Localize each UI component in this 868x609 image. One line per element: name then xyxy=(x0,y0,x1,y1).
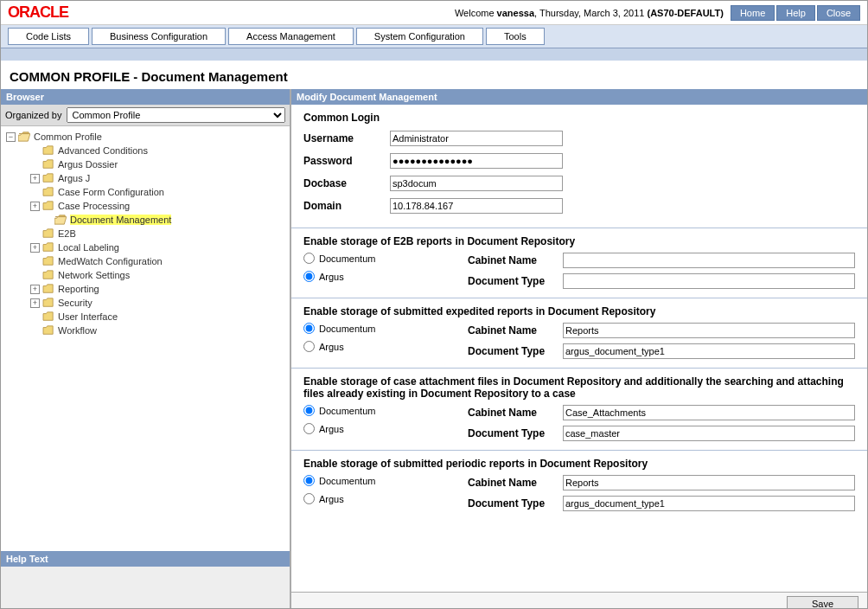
tree-root[interactable]: −Common Profile xyxy=(6,130,288,144)
radio-argus[interactable]: Argus xyxy=(303,341,468,352)
tree-item-label: Local Labeling xyxy=(58,242,119,253)
username-field[interactable] xyxy=(390,131,563,146)
tab-system-config[interactable]: System Configuration xyxy=(356,28,483,45)
plus-icon[interactable]: + xyxy=(30,174,40,183)
tree-item-label: Case Form Configuration xyxy=(58,187,164,197)
tree-item[interactable]: E2B xyxy=(6,227,288,240)
storage-title: Enable storage of E2B reports in Documen… xyxy=(303,235,855,247)
common-login-block: Common Login Username Password Docbase D… xyxy=(291,105,867,228)
plus-icon[interactable]: + xyxy=(30,202,40,211)
radio-documentum[interactable]: Documentum xyxy=(303,405,468,416)
tab-business-config[interactable]: Business Configuration xyxy=(92,28,226,45)
domain-label: Domain xyxy=(303,200,390,212)
storage-section: Enable storage of E2B reports in Documen… xyxy=(291,228,867,298)
radio-documentum[interactable]: Documentum xyxy=(303,253,468,264)
doctype-label: Document Type xyxy=(468,275,563,287)
cabinet-label: Cabinet Name xyxy=(468,407,563,419)
tree-item-label: Document Management xyxy=(70,215,171,225)
tab-access-mgmt[interactable]: Access Management xyxy=(228,28,354,45)
storage-title: Enable storage of submitted expedited re… xyxy=(303,305,855,317)
doctype-field[interactable] xyxy=(563,343,855,359)
tree-item[interactable]: Advanced Conditions xyxy=(6,144,288,157)
doctype-label: Document Type xyxy=(468,345,563,357)
docbase-field[interactable] xyxy=(390,176,563,191)
tree-root-label: Common Profile xyxy=(34,131,102,142)
content-area: Browser Organized by Common Profile −Com… xyxy=(1,89,867,609)
tree-item-label: MedWatch Configuration xyxy=(58,256,163,266)
close-button[interactable]: Close xyxy=(817,5,860,21)
organized-by-row: Organized by Common Profile xyxy=(1,105,290,126)
nav-bar: Code Lists Business Configuration Access… xyxy=(1,25,867,48)
cabinet-field[interactable] xyxy=(563,475,855,490)
cabinet-label: Cabinet Name xyxy=(468,324,563,337)
tree-item[interactable]: Argus Dossier xyxy=(6,157,288,171)
radio-argus[interactable]: Argus xyxy=(303,271,468,282)
tree-item[interactable]: +Security xyxy=(6,296,288,310)
cabinet-field[interactable] xyxy=(563,323,855,338)
storage-title: Enable storage of case attachment files … xyxy=(303,375,855,400)
organized-by-label: Organized by xyxy=(5,110,61,120)
plus-icon[interactable]: + xyxy=(30,285,40,294)
cabinet-label: Cabinet Name xyxy=(468,254,563,266)
tree-item[interactable]: Document Management xyxy=(6,213,288,227)
help-text-header: Help Text xyxy=(1,551,290,567)
docbase-label: Docbase xyxy=(303,177,390,189)
storage-section: Enable storage of case attachment files … xyxy=(291,368,867,450)
tree-item[interactable]: User Interface xyxy=(6,310,288,324)
sub-bar xyxy=(1,48,867,61)
tree-item-label: Case Processing xyxy=(58,201,130,211)
tree-item[interactable]: +Argus J xyxy=(6,171,288,185)
cabinet-field[interactable] xyxy=(563,253,855,268)
tree-item[interactable]: +Reporting xyxy=(6,282,288,296)
tab-code-lists[interactable]: Code Lists xyxy=(8,28,89,45)
tree-item-label: Security xyxy=(58,298,93,308)
help-button[interactable]: Help xyxy=(776,5,815,21)
tree-item-label: Argus Dossier xyxy=(58,159,118,170)
tree-item-label: User Interface xyxy=(58,311,118,322)
help-text-body xyxy=(1,567,290,609)
doctype-field[interactable] xyxy=(563,273,855,289)
tree-item-label: Advanced Conditions xyxy=(58,145,148,156)
doctype-field[interactable] xyxy=(563,426,855,441)
browser-panel: Browser Organized by Common Profile −Com… xyxy=(1,89,290,609)
cabinet-label: Cabinet Name xyxy=(468,477,563,489)
app-header: ORACLE Welcome vanessa, Thursday, March … xyxy=(1,1,867,25)
save-button[interactable]: Save xyxy=(787,596,858,609)
tree-item-label: E2B xyxy=(58,228,76,239)
main-body: Common Login Username Password Docbase D… xyxy=(291,105,867,592)
username-label: Username xyxy=(303,132,390,144)
tree-item-label: Argus J xyxy=(58,173,90,183)
tab-tools[interactable]: Tools xyxy=(486,28,545,45)
cabinet-field[interactable] xyxy=(563,405,855,420)
tree-item[interactable]: Case Form Configuration xyxy=(6,185,288,199)
plus-icon[interactable]: + xyxy=(30,298,40,308)
browser-header: Browser xyxy=(1,89,290,105)
tree-item-label: Workflow xyxy=(58,325,97,336)
footer-bar: Save xyxy=(291,592,867,609)
tree-item[interactable]: +Local Labeling xyxy=(6,240,288,254)
tree-item[interactable]: +Case Processing xyxy=(6,199,288,213)
radio-argus[interactable]: Argus xyxy=(303,493,468,504)
radio-argus[interactable]: Argus xyxy=(303,423,468,434)
radio-documentum[interactable]: Documentum xyxy=(303,475,468,486)
oracle-logo: ORACLE xyxy=(8,3,68,22)
common-login-title: Common Login xyxy=(303,112,855,124)
password-label: Password xyxy=(303,155,390,167)
organized-by-select[interactable]: Common Profile xyxy=(67,107,285,123)
radio-documentum[interactable]: Documentum xyxy=(303,323,468,334)
plus-icon[interactable]: + xyxy=(30,243,40,253)
page-title: COMMON PROFILE - Document Management xyxy=(1,61,867,89)
doctype-field[interactable] xyxy=(563,496,855,511)
welcome-text: Welcome vanessa, Thursday, March 3, 2011… xyxy=(455,8,724,18)
tree-item[interactable]: MedWatch Configuration xyxy=(6,254,288,268)
tree-item[interactable]: Network Settings xyxy=(6,268,288,282)
main-panel: Modify Document Management Common Login … xyxy=(290,89,867,609)
password-field[interactable] xyxy=(390,153,563,169)
doctype-label: Document Type xyxy=(468,427,563,439)
domain-field[interactable] xyxy=(390,198,563,214)
header-right: Welcome vanessa, Thursday, March 3, 2011… xyxy=(455,5,860,21)
minus-icon[interactable]: − xyxy=(6,132,16,142)
storage-title: Enable storage of submitted periodic rep… xyxy=(303,458,855,470)
tree-item[interactable]: Workflow xyxy=(6,324,288,337)
home-button[interactable]: Home xyxy=(731,5,775,21)
